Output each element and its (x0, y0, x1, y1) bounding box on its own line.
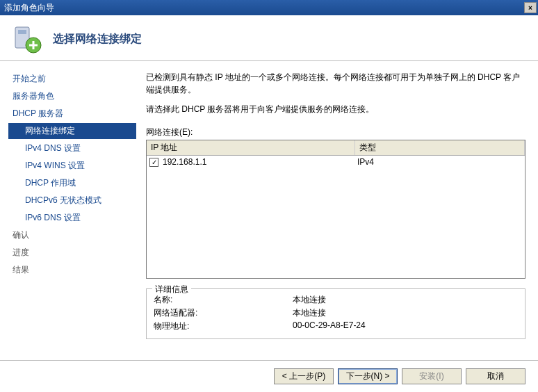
sidebar-item[interactable]: 服务器角色 (8, 88, 136, 104)
svg-rect-1 (18, 30, 26, 34)
details-title: 详细信息 (152, 284, 191, 295)
details-value: 00-0C-29-A8-E7-24 (293, 320, 366, 332)
close-icon: × (528, 4, 532, 12)
row-ip: 192.168.1.1 (163, 157, 357, 167)
wizard-icon (13, 24, 43, 55)
details-row: 名称:本地连接 (154, 293, 518, 307)
previous-button[interactable]: < 上一步(P) (274, 368, 334, 384)
install-button: 安装(I) (402, 368, 462, 384)
details-row: 物理地址:00-0C-29-A8-E7-24 (154, 320, 518, 333)
window-title: 添加角色向导 (4, 2, 54, 14)
connection-row[interactable]: ✓192.168.1.1IPv4 (147, 156, 525, 168)
description-text-1: 已检测到具有静态 IP 地址的一个或多个网络连接。每个网络连接都可用于为单独子网… (146, 71, 525, 96)
details-label: 名称: (154, 294, 293, 306)
sidebar-item[interactable]: 开始之前 (8, 71, 136, 87)
details-row: 网络适配器:本地连接 (154, 307, 518, 320)
details-label: 物理地址: (154, 320, 293, 332)
sidebar-item[interactable]: IPv4 DNS 设置 (8, 140, 136, 156)
sidebar-item[interactable]: 结果 (8, 262, 136, 278)
wizard-content: 已检测到具有静态 IP 地址的一个或多个网络连接。每个网络连接都可用于为单独子网… (139, 61, 538, 360)
close-button[interactable]: × (524, 2, 537, 13)
row-checkbox[interactable]: ✓ (149, 158, 158, 167)
cancel-button[interactable]: 取消 (466, 368, 525, 384)
sidebar-item[interactable]: 进度 (8, 245, 136, 261)
sidebar-item[interactable]: DHCPv6 无状态模式 (8, 193, 136, 209)
list-header: IP 地址 类型 (147, 140, 525, 156)
details-value: 本地连接 (293, 307, 326, 319)
titlebar: 添加角色向导 × (0, 0, 538, 15)
sidebar-item[interactable]: DHCP 服务器 (8, 106, 136, 122)
wizard-sidebar: 开始之前服务器角色DHCP 服务器网络连接绑定IPv4 DNS 设置IPv4 W… (0, 61, 139, 360)
sidebar-item[interactable]: 网络连接绑定 (8, 123, 136, 139)
details-group: 详细信息 名称:本地连接网络适配器:本地连接物理地址:00-0C-29-A8-E… (146, 288, 525, 339)
sidebar-item[interactable]: IPv6 DNS 设置 (8, 210, 136, 226)
sidebar-item[interactable]: IPv4 WINS 设置 (8, 158, 136, 174)
column-ip[interactable]: IP 地址 (147, 140, 355, 155)
column-type[interactable]: 类型 (355, 140, 525, 155)
wizard-header: 选择网络连接绑定 (0, 15, 538, 61)
next-button[interactable]: 下一步(N) > (338, 368, 398, 384)
sidebar-item[interactable]: DHCP 作用域 (8, 175, 136, 191)
page-title: 选择网络连接绑定 (53, 32, 142, 47)
details-label: 网络适配器: (154, 307, 293, 319)
connections-list[interactable]: IP 地址 类型 ✓192.168.1.1IPv4 (146, 140, 525, 279)
connections-label: 网络连接(E): (146, 126, 525, 138)
wizard-footer: < 上一步(P) 下一步(N) > 安装(I) 取消 (0, 360, 538, 392)
sidebar-item[interactable]: 确认 (8, 227, 136, 243)
description-text-2: 请选择此 DHCP 服务器将用于向客户端提供服务的网络连接。 (146, 103, 525, 115)
row-type: IPv4 (357, 157, 522, 167)
details-value: 本地连接 (293, 294, 326, 306)
